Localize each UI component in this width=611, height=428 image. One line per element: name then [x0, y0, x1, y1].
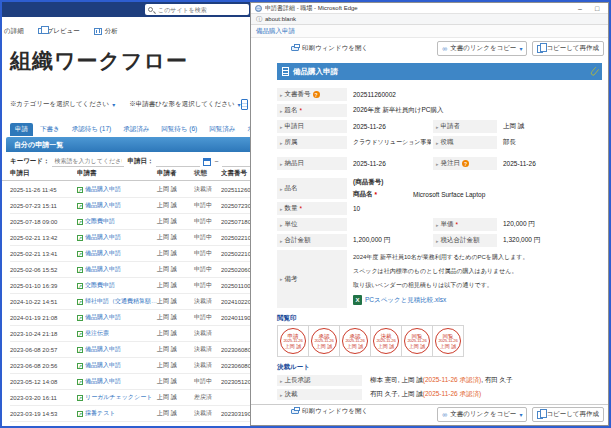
label-arrow-icon: ▸: [280, 108, 283, 114]
status-tab[interactable]: 回覧済み: [204, 123, 240, 136]
calendar-icon[interactable]: [203, 158, 211, 166]
status-tab[interactable]: 下書き: [35, 123, 65, 136]
preview-icon: [38, 28, 44, 34]
request-form-link[interactable]: 備品購入申請: [85, 249, 121, 258]
breadcrumb-link[interactable]: 備品購入申請: [256, 27, 295, 36]
preview-label: プレビュー: [47, 27, 80, 36]
attachment-link[interactable]: PCスペックと見積比較.xlsx: [365, 296, 446, 305]
request-applicant: 上岡 誠: [157, 249, 194, 258]
window-titlebar[interactable]: 申請書詳細 - 職場 - Microsoft Edge – □: [251, 3, 608, 14]
chevron-down-icon: ▾: [519, 411, 522, 418]
print-window-button[interactable]: 印刷ウィンドウを開く: [291, 407, 368, 416]
print-window-button[interactable]: 印刷ウィンドウを開く: [291, 44, 368, 53]
printer-icon: [291, 409, 299, 414]
template-dropdown[interactable]: ※申請書ひな形を選択してください▾: [129, 100, 240, 109]
label-arrow-icon: ▸: [280, 222, 283, 228]
copy-link-label: 文書のリンクをコピー: [450, 44, 516, 53]
copy-recreate-button[interactable]: コピーして再作成: [532, 41, 604, 56]
required-icon: *: [300, 107, 303, 114]
field-item: ▸品名 (商品番号) 商品名* Microsoft Surface Laptop: [277, 178, 602, 199]
request-form-link[interactable]: 備品購入申請: [85, 345, 121, 354]
label-arrow-icon: ▸: [280, 392, 283, 398]
url-bar[interactable]: ⓘ about:blank: [251, 14, 608, 25]
site-search-input[interactable]: [156, 6, 246, 14]
request-form-link[interactable]: 備品購入申請: [85, 185, 121, 194]
menu-item-preview[interactable]: プレビュー: [38, 27, 80, 36]
request-applicant: 上岡 誠: [157, 377, 194, 386]
external-link-icon: ↗: [77, 379, 83, 385]
window-title: 申請書詳細 - 職場 - Microsoft Edge: [265, 4, 358, 13]
request-form-link[interactable]: 帰社申請（交通費精算額…: [85, 297, 157, 306]
request-form-link[interactable]: 備品購入申請: [85, 265, 121, 274]
printer-icon: [291, 46, 299, 51]
approval-stamps: 申請 2025-11-26 上岡 誠 承認 2025-11-26 上岡 誠 承認…: [277, 325, 602, 357]
request-form-link[interactable]: 発注伝票: [85, 329, 109, 338]
external-link-icon: ↗: [77, 267, 83, 273]
route-label: 上長承認: [285, 376, 311, 385]
help-icon[interactable]: ?: [462, 160, 469, 167]
approval-stamp: 承認 2025-11-26 上岡 誠: [342, 328, 368, 354]
tilde-separator: ~: [214, 158, 218, 165]
excel-file-icon: X: [353, 295, 362, 305]
approval-stamp: 承認 2025-11-26 上岡 誠: [311, 328, 337, 354]
label-arrow-icon: ▸: [280, 92, 283, 98]
bottom-toolbar: 印刷ウィンドウを開く ∞ 文書のリンクをコピー ▾ コピーして再作成: [251, 404, 608, 424]
external-link-icon: ↗: [77, 395, 83, 401]
label-arrow-icon: ▸: [436, 124, 439, 130]
request-form-link[interactable]: 採番テスト: [85, 409, 115, 418]
date-value: 2025-11-26: [347, 120, 431, 133]
stamp-cell: 承認 2025-11-26 上岡 誠: [308, 325, 340, 357]
label-arrow-icon: ▸: [280, 378, 283, 384]
status-tab[interactable]: 承認済み: [118, 123, 154, 136]
info-icon: ⓘ: [256, 15, 262, 24]
site-search[interactable]: [145, 4, 249, 15]
request-form-link[interactable]: 備品購入申請: [85, 361, 121, 370]
status-tab[interactable]: 承認待ち (17): [67, 123, 117, 136]
copy-link-button[interactable]: ∞ 文書のリンクをコピー ▾: [437, 407, 527, 422]
keyword-input[interactable]: [52, 157, 124, 167]
menu-item-analyze[interactable]: 分析: [94, 27, 118, 36]
request-applicant: 上岡 誠: [157, 393, 194, 402]
approval-stamp: 決裁 2025-11-26 上岡 誠: [373, 328, 399, 354]
subject-label: 題名: [285, 106, 298, 115]
minimize-button[interactable]: –: [573, 5, 587, 12]
approval-stamp: 申請 2025-11-26 上岡 誠: [280, 328, 306, 354]
status-badge: 決裁済: [194, 297, 221, 306]
print-label: 印刷ウィンドウを開く: [302, 407, 368, 416]
col-request-date: 申請日: [10, 169, 77, 178]
unit-price-value: 120,000 円: [497, 218, 535, 231]
position-label: 役職: [441, 138, 454, 147]
request-form-link[interactable]: 交際費申請: [85, 281, 115, 290]
filter-bar: ※カテゴリーを選択してください▾ ※申請書ひな形を選択してください▾: [10, 99, 248, 110]
request-datetime: 2025-07-18 09:00: [10, 219, 77, 225]
date-from-input[interactable]: [156, 157, 200, 167]
analyze-label: 分析: [105, 27, 118, 36]
col-status: 状態: [194, 169, 221, 178]
dept-value: クラウドソリューション事業所: [347, 136, 431, 149]
menu-item-details[interactable]: の詳細: [4, 27, 24, 36]
date-label: 申請日: [285, 122, 305, 131]
request-datetime: 2025-02-06 15:52: [10, 267, 77, 273]
request-form-link[interactable]: リーガルチェックシート: [85, 393, 152, 402]
total-value: 1,200,000 円: [347, 234, 431, 247]
maximize-button[interactable]: □: [590, 5, 604, 12]
request-form-link[interactable]: 備品購入申請: [85, 313, 121, 322]
copy-link-button[interactable]: ∞ 文書のリンクをコピー ▾: [437, 41, 527, 56]
request-applicant: 上岡 誠: [157, 185, 194, 194]
request-form-link[interactable]: 備品購入申請: [85, 201, 121, 210]
request-form-link[interactable]: 備品購入申請: [85, 233, 121, 242]
status-tab[interactable]: 申請: [10, 123, 33, 136]
request-datetime: 2023-06-08 20:57: [10, 347, 77, 353]
field-delivery-order: ▸納品日 2025-11-26 ▸発注日? 2025-11-26: [277, 157, 602, 170]
category-dropdown[interactable]: ※カテゴリーを選択してください▾: [10, 100, 115, 109]
route-names: 有田 久子, 上岡 誠: [370, 390, 423, 399]
status-tab[interactable]: 回覧待ち (6): [156, 123, 202, 136]
new-document-icon[interactable]: [241, 99, 248, 110]
item-name-value: Microsoft Surface Laptop: [413, 191, 485, 198]
help-icon[interactable]: ?: [313, 91, 320, 98]
request-form-link[interactable]: 交際費申請: [85, 217, 115, 226]
copy-recreate-button[interactable]: コピーして再作成: [532, 407, 604, 422]
external-link-icon: ↗: [77, 235, 83, 241]
request-form-link[interactable]: 備品購入申請: [85, 377, 121, 386]
status-badge: 申請中: [194, 377, 221, 386]
